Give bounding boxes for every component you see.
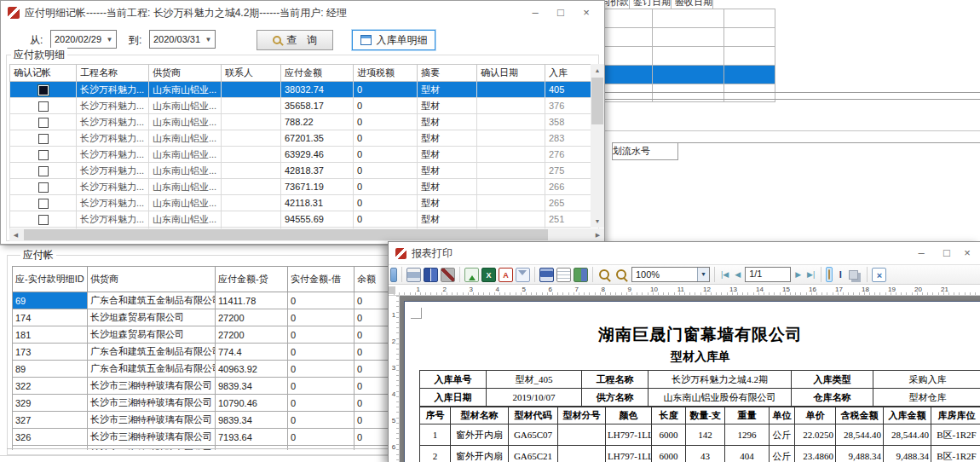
text-select-button[interactable]: I xyxy=(835,268,845,282)
to-date-select[interactable]: 2020/03/31 ▼ xyxy=(149,30,216,49)
maximize-button[interactable]: □ xyxy=(548,3,574,22)
maximize-button[interactable]: □ xyxy=(934,244,960,263)
hand-tool-button[interactable] xyxy=(826,267,833,282)
column-header[interactable]: 应付金额-贷 xyxy=(216,267,288,292)
titlebar[interactable]: 报表打印 – □ × xyxy=(389,242,980,264)
table-row[interactable]: 173 广东合和建筑五金制品有限公司 774.4 0 0 xyxy=(13,344,398,361)
zoom-select[interactable]: 100% ▼ xyxy=(631,267,710,282)
cell-id[interactable]: 327 xyxy=(13,412,88,429)
table-row[interactable] xyxy=(597,46,775,65)
checkbox[interactable] xyxy=(38,150,49,160)
table-row[interactable] xyxy=(597,27,775,46)
cell-confirm[interactable] xyxy=(10,195,77,211)
cell-confirm[interactable] xyxy=(10,211,77,228)
chevron-down-icon[interactable]: ▼ xyxy=(202,36,215,43)
zoom-in-icon[interactable] xyxy=(597,268,612,282)
table-row[interactable]: 329 长沙市三湘特种玻璃有限公司 10790.46 0 0 xyxy=(13,395,398,412)
table-row[interactable]: 长沙万科魅力... 山东南山铝业... 38032.74 0 型材 405 xyxy=(10,82,593,98)
checkbox[interactable] xyxy=(38,199,49,209)
table-row[interactable]: 长沙万科魅力... 山东南山铝业... 35658.17 0 型材 376 xyxy=(10,98,593,114)
column-header[interactable]: 应付金额 xyxy=(281,65,354,82)
pdf-export-icon[interactable]: A xyxy=(499,268,513,282)
from-date-select[interactable]: 2020/02/29 ▼ xyxy=(50,30,117,49)
column-header[interactable]: 入库 xyxy=(545,65,593,82)
page-indicator-input[interactable]: 1/1 xyxy=(745,267,791,282)
book-icon[interactable] xyxy=(424,268,438,282)
column-header[interactable]: 确认日期 xyxy=(477,65,545,82)
table-row[interactable]: 长沙万科魅力... 山东南山铝业... 63929.46 0 型材 276 xyxy=(10,147,593,163)
column-header[interactable]: 进项税额 xyxy=(354,65,418,82)
close-button[interactable]: × xyxy=(574,3,599,22)
cell-confirm[interactable] xyxy=(10,130,77,147)
column-header[interactable]: 实付金额-借 xyxy=(288,267,355,292)
cell-id[interactable]: 326 xyxy=(13,429,88,446)
table-row[interactable]: 322 长沙市三湘特种玻璃有限公司 9839.34 0 0 xyxy=(13,378,398,395)
last-page-button[interactable]: ▶| xyxy=(805,268,816,282)
horizontal-scrollbar[interactable]: ◀ ▶ xyxy=(9,228,604,241)
checkbox[interactable] xyxy=(38,182,49,193)
checkbox[interactable] xyxy=(38,101,49,112)
table-row[interactable]: 327 长沙市三湘特种玻璃有限公司 9839.34 0 0 xyxy=(13,412,398,429)
cell-id[interactable]: 181 xyxy=(13,326,88,344)
scroll-left-icon[interactable]: ◀ xyxy=(9,228,22,241)
column-header[interactable]: 工程名称 xyxy=(77,65,149,82)
scrollbar-thumb[interactable] xyxy=(24,229,548,240)
table-row[interactable]: 长沙万科魅力... 山东南山铝业... 42818.37 0 型材 275 xyxy=(10,163,593,179)
panel-icon[interactable] xyxy=(390,268,397,282)
column-header[interactable]: 供货商 xyxy=(88,267,216,292)
scroll-right-icon[interactable]: ▶ xyxy=(591,228,604,241)
table-row[interactable]: 69 广东合和建筑五金制品有限公司 11411.78 0 0 xyxy=(13,292,398,309)
email-icon[interactable] xyxy=(516,268,530,282)
table-row[interactable]: 181 长沙坦森贸易有限公司 27200 0 0 xyxy=(13,326,398,344)
minimize-button[interactable]: – xyxy=(522,3,548,22)
cell-confirm[interactable] xyxy=(10,98,77,114)
close-preview-button[interactable]: × xyxy=(872,268,886,282)
chevron-down-icon[interactable]: ▼ xyxy=(103,36,116,43)
column-header[interactable]: 应-实付款明细ID xyxy=(13,267,88,292)
cell-id[interactable]: 174 xyxy=(13,309,88,326)
table-row[interactable]: 长沙万科魅力... 山东南山铝业... 73671.19 0 型材 266 xyxy=(10,179,593,195)
column-header[interactable]: 确认记帐 xyxy=(10,65,77,82)
html-export-icon[interactable] xyxy=(574,268,588,282)
checkbox[interactable] xyxy=(38,118,49,128)
cell-confirm[interactable] xyxy=(10,114,77,130)
table-row[interactable]: 长沙万科魅力... 山东南山铝业... 42118.31 0 型材 265 xyxy=(10,195,593,211)
column-header[interactable]: 供货商 xyxy=(149,65,222,82)
table-row[interactable]: 89 广东合和建筑五金制品有限公司 40963.92 0 0 xyxy=(13,361,398,378)
table-row[interactable]: 长沙万科魅力... 山东南山铝业... 67201.35 0 型材 283 xyxy=(10,130,593,147)
checkbox[interactable] xyxy=(38,85,49,95)
table-row[interactable]: 长沙万科魅力... 山东南山铝业... 94555.69 0 型材 251 xyxy=(10,211,593,228)
print-icon[interactable] xyxy=(406,268,421,282)
titlebar[interactable]: 应付明细记帐------当前工程: 长沙万科魅力之城4.2期------当前用户… xyxy=(1,1,604,25)
prev-page-button[interactable]: ◀ xyxy=(733,268,742,282)
checkbox[interactable] xyxy=(38,166,49,176)
cell-id[interactable]: 173 xyxy=(13,344,88,361)
table-row[interactable]: 326 长沙市三湘特种玻璃有限公司 7193.64 0 0 xyxy=(13,429,398,446)
column-header[interactable]: 摘要 xyxy=(418,65,477,82)
table-row[interactable]: 174 长沙坦森贸易有限公司 27200 0 0 xyxy=(13,309,398,326)
table-row[interactable] xyxy=(597,9,775,27)
cell-confirm[interactable] xyxy=(10,179,77,195)
checkbox[interactable] xyxy=(38,215,49,225)
column-header[interactable]: 联系人 xyxy=(222,65,281,82)
close-button[interactable]: × xyxy=(960,244,975,263)
cell-id[interactable]: 89 xyxy=(13,361,88,378)
query-button[interactable]: 查 询 xyxy=(257,30,333,50)
cell-id[interactable]: 322 xyxy=(13,378,88,395)
next-page-button[interactable]: ▶ xyxy=(793,268,803,282)
preview-canvas[interactable]: 湖南巨晟门窗幕墙有限公司 型材入库单 入库单号 型材_405 工程名称 xyxy=(400,296,980,462)
export-icon[interactable] xyxy=(464,268,479,282)
chevron-down-icon[interactable]: ▼ xyxy=(697,268,709,281)
cell-id[interactable]: 329 xyxy=(13,395,88,412)
zoom-out-icon[interactable] xyxy=(614,268,629,282)
settings-icon[interactable] xyxy=(441,268,455,282)
copy-icon[interactable] xyxy=(849,270,858,280)
scrollbar-thumb[interactable] xyxy=(591,78,603,124)
cell-confirm[interactable] xyxy=(10,163,77,179)
table-row[interactable]: 长沙万科魅力... 山东南山铝业... 788.22 0 型材 358 xyxy=(10,114,593,130)
scroll-up-icon[interactable]: ▲ xyxy=(591,64,604,77)
vertical-scrollbar[interactable]: ▲ ▼ xyxy=(591,64,604,228)
page-icon[interactable] xyxy=(556,268,571,282)
checkbox[interactable] xyxy=(38,134,49,144)
save-icon[interactable] xyxy=(539,268,554,282)
